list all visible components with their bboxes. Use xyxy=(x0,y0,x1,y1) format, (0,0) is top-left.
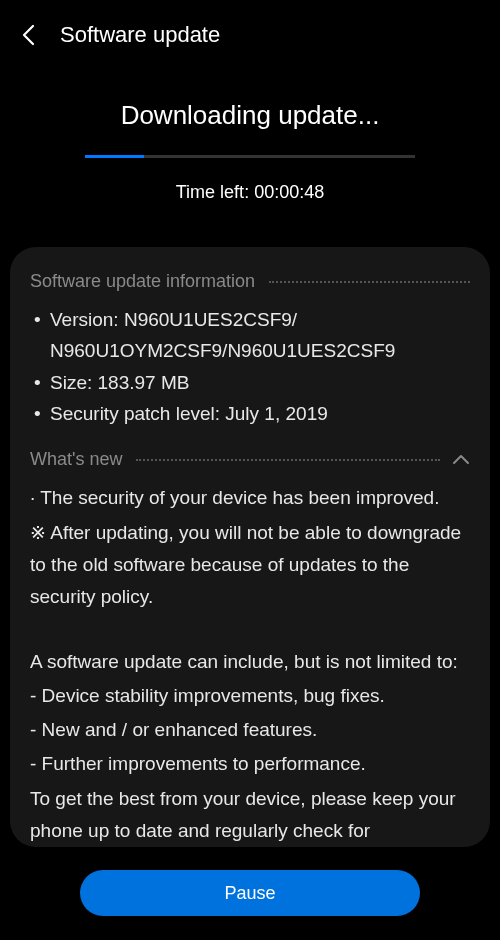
info-section-title: Software update information xyxy=(30,271,255,292)
whats-new-item: - Device stability improvements, bug fix… xyxy=(30,680,470,712)
whats-new-content: · The security of your device has been i… xyxy=(30,482,470,847)
update-info-card: Software update information Version: N96… xyxy=(10,247,490,847)
spacer xyxy=(30,616,470,644)
whats-new-title: What's new xyxy=(30,449,122,470)
progress-bar xyxy=(85,155,415,158)
whats-new-item: - Further improvements to performance. xyxy=(30,748,470,780)
divider-dotted xyxy=(136,459,440,461)
whats-new-header[interactable]: What's new xyxy=(30,449,470,470)
whats-new-item: - New and / or enhanced features. xyxy=(30,714,470,746)
info-list: Version: N960U1UES2CSF9/ N960U1OYM2CSF9/… xyxy=(30,304,470,429)
app-header: Software update xyxy=(0,0,500,70)
whats-new-line: To get the best from your device, please… xyxy=(30,783,470,847)
time-left-label: Time left: 00:00:48 xyxy=(20,182,480,203)
download-status-section: Downloading update... Time left: 00:00:4… xyxy=(0,70,500,223)
info-security-patch: Security patch level: July 1, 2019 xyxy=(30,398,470,429)
divider-dotted xyxy=(269,281,470,283)
info-version: Version: N960U1UES2CSF9/ N960U1OYM2CSF9/… xyxy=(30,304,470,367)
download-title: Downloading update... xyxy=(20,100,480,131)
chevron-up-icon[interactable] xyxy=(452,454,470,465)
info-size: Size: 183.97 MB xyxy=(30,367,470,398)
progress-fill xyxy=(85,155,144,158)
page-title: Software update xyxy=(60,22,220,48)
whats-new-line: · The security of your device has been i… xyxy=(30,482,470,514)
back-icon[interactable] xyxy=(18,25,38,45)
pause-button[interactable]: Pause xyxy=(80,870,420,916)
whats-new-line: A software update can include, but is no… xyxy=(30,646,470,678)
info-section-header: Software update information xyxy=(30,271,470,292)
whats-new-line: ※ After updating, you will not be able t… xyxy=(30,517,470,614)
